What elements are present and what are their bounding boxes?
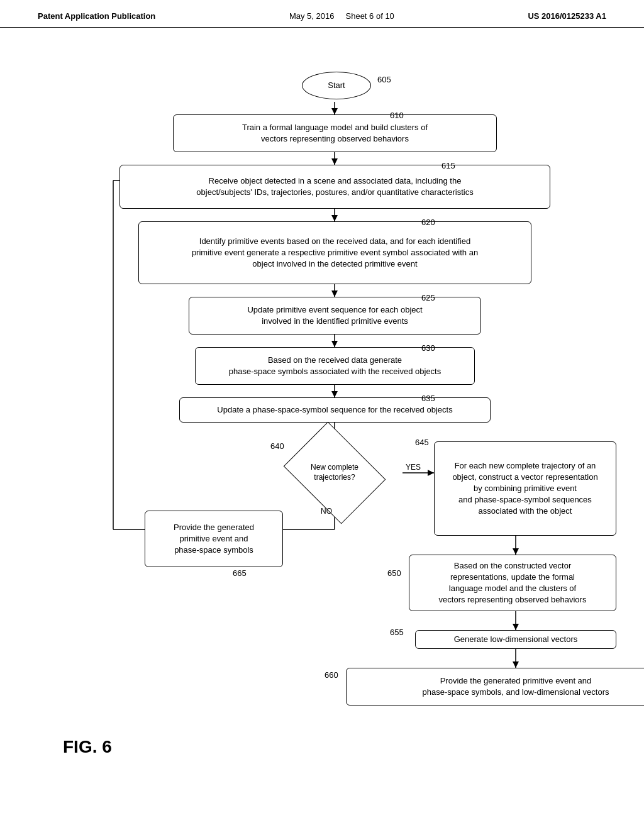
- start-label: Start: [328, 80, 345, 91]
- node-630-label: Based on the received data generatephase…: [229, 355, 441, 377]
- fig-text: FIG. 6: [63, 737, 112, 756]
- ref-655: 655: [390, 628, 404, 637]
- node-645-label: For each new complete trajectory of anob…: [452, 460, 597, 517]
- svg-marker-11: [331, 391, 338, 397]
- svg-marker-9: [331, 341, 338, 347]
- diagram-area: Start 605 Train a formal language model …: [0, 28, 644, 807]
- svg-marker-7: [331, 290, 338, 297]
- node-615: Receive object detected in a scene and a…: [119, 165, 550, 209]
- svg-marker-21: [513, 661, 519, 668]
- node-650-label: Based on the constructed vectorrepresent…: [439, 560, 587, 606]
- node-655-label: Generate low-dimensional vectors: [454, 634, 578, 645]
- svg-marker-5: [331, 215, 338, 221]
- ref-630: 630: [421, 343, 435, 353]
- ref-645: 645: [415, 438, 429, 447]
- header-sheet: Sheet 6 of 10: [346, 11, 394, 21]
- ref-620: 620: [421, 218, 435, 227]
- no-label: NO: [321, 507, 332, 516]
- header-left: Patent Application Publication: [38, 11, 155, 21]
- node-660-label: Provide the generated primitive event an…: [423, 675, 609, 698]
- node-650: Based on the constructed vectorrepresent…: [409, 555, 616, 611]
- svg-marker-17: [513, 548, 519, 555]
- node-635-label: Update a phase-space-symbol sequence for…: [217, 404, 452, 416]
- ref-640: 640: [270, 441, 284, 451]
- node-610-label: Train a formal language model and build …: [242, 122, 428, 145]
- ref-635: 635: [421, 394, 435, 403]
- header-center: May 5, 2016 Sheet 6 of 10: [289, 11, 394, 21]
- node-615-label: Receive object detected in a scene and a…: [196, 175, 473, 198]
- node-640-diamond: [284, 422, 386, 524]
- node-620: Identify primitive events based on the r…: [138, 221, 531, 284]
- svg-marker-3: [331, 158, 338, 165]
- svg-marker-19: [513, 624, 519, 630]
- ref-665: 665: [233, 568, 247, 578]
- node-665-label: Provide the generatedprimitive event and…: [174, 522, 254, 556]
- node-610: Train a formal language model and build …: [173, 114, 497, 152]
- svg-marker-1: [331, 108, 338, 114]
- node-660: Provide the generated primitive event an…: [346, 668, 644, 706]
- node-620-label: Identify primitive events based on the r…: [192, 236, 478, 270]
- page-header: Patent Application Publication May 5, 20…: [0, 0, 644, 28]
- start-node: Start: [302, 72, 371, 99]
- header-date: May 5, 2016: [289, 11, 335, 21]
- ref-615: 615: [441, 161, 455, 170]
- yes-label: YES: [406, 463, 421, 472]
- node-640-wrapper: New complete trajectories?: [294, 441, 375, 504]
- node-625-label: Update primitive event sequence for each…: [247, 304, 422, 327]
- node-645: For each new complete trajectory of anob…: [434, 441, 616, 536]
- ref-650: 650: [387, 568, 401, 578]
- header-right: US 2016/0125233 A1: [528, 11, 606, 21]
- flow-container: Start 605 Train a formal language model …: [13, 40, 631, 795]
- ref-605: 605: [377, 75, 391, 84]
- node-655: Generate low-dimensional vectors: [415, 630, 616, 649]
- ref-610: 610: [390, 111, 404, 120]
- ref-660: 660: [325, 670, 338, 680]
- node-625: Update primitive event sequence for each…: [189, 297, 481, 335]
- node-635: Update a phase-space-symbol sequence for…: [179, 397, 491, 423]
- fig-label: FIG. 6: [63, 737, 112, 757]
- node-630: Based on the received data generatephase…: [195, 347, 475, 385]
- ref-625: 625: [421, 293, 435, 302]
- svg-marker-15: [428, 470, 434, 476]
- node-665: Provide the generatedprimitive event and…: [145, 511, 283, 567]
